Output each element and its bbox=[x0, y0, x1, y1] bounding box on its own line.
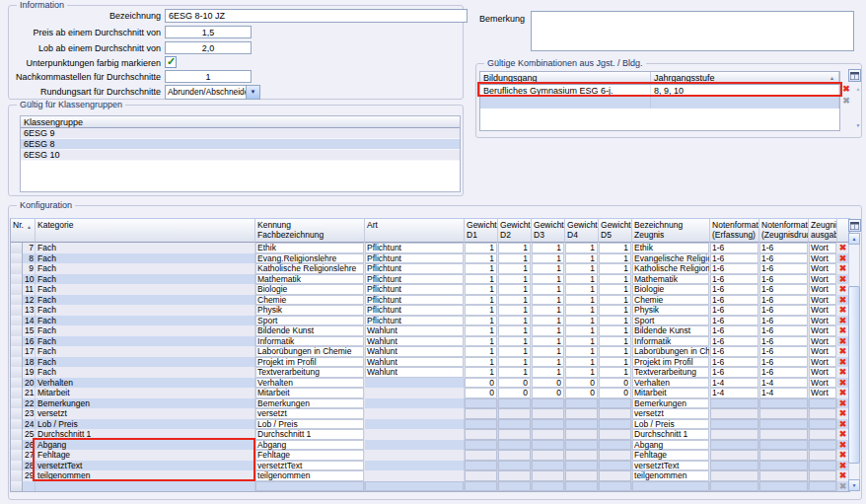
cell-notenformat-erfassung[interactable]: 1-6 bbox=[710, 346, 759, 357]
cell-notenformat-zeugnisdruck[interactable]: 1-6 bbox=[759, 346, 809, 357]
cell-zeugnisausgabe[interactable]: Wort bbox=[809, 346, 837, 357]
cell-gewicht[interactable]: 0 bbox=[599, 388, 632, 398]
konfiguration-row[interactable]: 27FehltageFehltageFehltage✖ bbox=[11, 450, 849, 461]
delete-row-button[interactable]: ✖ bbox=[839, 284, 847, 294]
cell-gewicht[interactable]: 1 bbox=[565, 346, 599, 357]
cell-gewicht[interactable]: 1 bbox=[565, 316, 599, 326]
cell-gewicht[interactable]: 1 bbox=[565, 253, 599, 264]
column-header-jahrgangsstufe[interactable]: Jahrgangsstufe ▲ bbox=[651, 72, 839, 84]
cell-notenformat-zeugnisdruck[interactable]: 1-4 bbox=[759, 388, 809, 398]
cell-gewicht[interactable]: 1 bbox=[498, 346, 532, 357]
cell-notenformat-zeugnisdruck[interactable]: 1-6 bbox=[759, 316, 809, 326]
cell-gewicht[interactable]: 1 bbox=[565, 325, 599, 336]
preis-input[interactable] bbox=[165, 26, 252, 38]
cell-zeugnisausgabe[interactable]: Wort bbox=[809, 263, 837, 274]
cell-gewicht[interactable]: 1 bbox=[465, 367, 498, 378]
cell-notenformat-erfassung[interactable]: 1-6 bbox=[710, 263, 759, 274]
konfiguration-row[interactable]: 18FachProjekt im ProfilWahlunt11111Proje… bbox=[11, 357, 849, 368]
cell-gewicht[interactable]: 1 bbox=[599, 325, 632, 336]
konfiguration-row[interactable]: 16FachInformatikWahlunt11111Informatik1-… bbox=[11, 336, 849, 347]
kombinationen-empty-row[interactable] bbox=[480, 97, 839, 108]
cell-gewicht[interactable]: 0 bbox=[532, 378, 565, 389]
delete-row-button[interactable]: ✖ bbox=[839, 367, 847, 377]
cell-notenformat-zeugnisdruck[interactable]: 1-6 bbox=[759, 357, 809, 368]
cell-zeugnisausgabe[interactable]: Wort bbox=[809, 295, 837, 306]
cell-gewicht[interactable]: 1 bbox=[498, 316, 532, 326]
cell-gewicht[interactable]: 1 bbox=[599, 274, 632, 285]
cell-bezeichnung-zeugnis[interactable]: Biologie bbox=[632, 284, 710, 295]
cell-gewicht[interactable]: 1 bbox=[498, 357, 532, 368]
cell-art[interactable]: Wahlunt bbox=[365, 367, 465, 378]
cell-gewicht[interactable]: 1 bbox=[565, 284, 599, 295]
scrollbar-thumb[interactable] bbox=[848, 286, 860, 464]
cell-bezeichnung-zeugnis[interactable]: Verhalten bbox=[632, 378, 710, 389]
delete-row-button[interactable]: ✖ bbox=[839, 378, 847, 388]
konfiguration-row[interactable]: 10FachMathematikPflichtunt11111Mathemati… bbox=[11, 274, 849, 285]
column-header-notenformat-zeugnisdruck[interactable]: Notenformat (Zeugnisdruck) bbox=[759, 219, 809, 243]
cell-kennung[interactable]: Mathematik bbox=[255, 274, 365, 285]
cell-bezeichnung-zeugnis[interactable]: Physik bbox=[632, 305, 710, 316]
delete-row-button[interactable]: ✖ bbox=[839, 336, 847, 346]
delete-row-button[interactable]: ✖ bbox=[839, 450, 847, 460]
cell-kennung[interactable]: Chemie bbox=[255, 295, 365, 306]
cell-gewicht[interactable]: 1 bbox=[599, 253, 632, 264]
cell-gewicht[interactable]: 1 bbox=[599, 305, 632, 316]
cell-gewicht[interactable]: 1 bbox=[599, 346, 632, 357]
delete-row-button[interactable]: ✖ bbox=[839, 274, 847, 284]
cell-notenformat-zeugnisdruck[interactable]: 1-6 bbox=[759, 263, 809, 274]
cell-gewicht[interactable]: 1 bbox=[532, 325, 565, 336]
cell-kennung[interactable]: Laborübungen in Chemie bbox=[255, 346, 365, 357]
cell-notenformat-erfassung[interactable]: 1-6 bbox=[710, 336, 759, 347]
field-chooser-button[interactable] bbox=[848, 69, 861, 82]
cell-bezeichnung-zeugnis[interactable]: Fehltage bbox=[632, 450, 710, 461]
delete-row-button[interactable]: ✖ bbox=[839, 440, 847, 450]
cell-kennung[interactable]: Ethik bbox=[255, 243, 365, 253]
delete-row-button[interactable]: ✖ bbox=[839, 253, 847, 263]
cell-notenformat-zeugnisdruck[interactable]: 1-6 bbox=[759, 253, 809, 264]
cell-kennung[interactable]: versetztText bbox=[255, 461, 365, 471]
cell-gewicht[interactable]: 1 bbox=[498, 336, 532, 347]
column-header-zeugnisausgabe[interactable]: Zeugnis- ausgabe bbox=[809, 219, 837, 243]
cell-kennung[interactable]: teilgenommen bbox=[255, 470, 365, 481]
column-header-kategorie[interactable]: Kategorie bbox=[36, 219, 255, 243]
cell-gewicht[interactable]: 1 bbox=[565, 336, 599, 347]
cell-gewicht[interactable]: 1 bbox=[498, 325, 532, 336]
cell-gewicht[interactable]: 1 bbox=[532, 263, 565, 274]
cell-notenformat-erfassung[interactable]: 1-6 bbox=[710, 357, 759, 368]
delete-row-button[interactable]: ✖ bbox=[839, 243, 847, 252]
cell-gewicht[interactable]: 1 bbox=[532, 357, 565, 368]
konfiguration-row[interactable]: 24Lob / PreisLob / PreisLob / Preis✖ bbox=[11, 419, 849, 430]
unterpunktungen-checkbox[interactable]: ✓ bbox=[165, 56, 177, 68]
cell-kennung[interactable]: Durchschnitt 1 bbox=[255, 429, 365, 440]
delete-row-button[interactable]: ✖ bbox=[839, 461, 847, 470]
konfiguration-row[interactable]: 15FachBildende KunstWahlunt11111Bildende… bbox=[11, 325, 849, 336]
cell-gewicht[interactable]: 1 bbox=[465, 336, 498, 347]
cell-gewicht[interactable]: 1 bbox=[465, 346, 498, 357]
scroll-down-button[interactable]: ▼ bbox=[848, 479, 860, 491]
cell-bezeichnung-zeugnis[interactable]: Durchschnitt 1 bbox=[632, 429, 710, 440]
delete-row-button[interactable]: ✖ bbox=[839, 295, 847, 305]
cell-art[interactable]: Pflichtunt bbox=[365, 284, 465, 295]
delete-row-button[interactable]: ✖ bbox=[839, 470, 847, 480]
cell-zeugnisausgabe[interactable]: Wort bbox=[809, 243, 837, 253]
cell-gewicht[interactable]: 0 bbox=[465, 378, 498, 389]
cell-bezeichnung-zeugnis[interactable]: Ethik bbox=[632, 243, 710, 253]
cell-art[interactable]: Pflichtunt bbox=[365, 274, 465, 285]
cell-gewicht[interactable]: 1 bbox=[599, 295, 632, 306]
cell-gewicht[interactable]: 1 bbox=[465, 274, 498, 285]
cell-bezeichnung-zeugnis[interactable]: versetzt bbox=[632, 408, 710, 419]
delete-kombination-button[interactable]: ✖ bbox=[840, 84, 852, 95]
bemerkung-textarea[interactable] bbox=[531, 11, 854, 51]
cell-notenformat-zeugnisdruck[interactable]: 1-6 bbox=[759, 284, 809, 295]
cell-gewicht[interactable]: 1 bbox=[498, 274, 532, 285]
cell-gewicht[interactable]: 1 bbox=[599, 243, 632, 253]
delete-row-button[interactable]: ✖ bbox=[839, 408, 847, 418]
cell-notenformat-erfassung[interactable]: 1-6 bbox=[710, 295, 759, 306]
cell-gewicht[interactable]: 1 bbox=[532, 295, 565, 306]
cell-gewicht[interactable]: 0 bbox=[498, 388, 532, 398]
cell-kennung[interactable]: Textverarbeitung bbox=[255, 367, 365, 378]
cell-art[interactable]: Pflichtunt bbox=[365, 295, 465, 306]
delete-row-button[interactable]: ✖ bbox=[839, 263, 847, 273]
cell-notenformat-erfassung[interactable]: 1-6 bbox=[710, 274, 759, 285]
scroll-down-icon[interactable]: ▼ bbox=[852, 120, 864, 131]
